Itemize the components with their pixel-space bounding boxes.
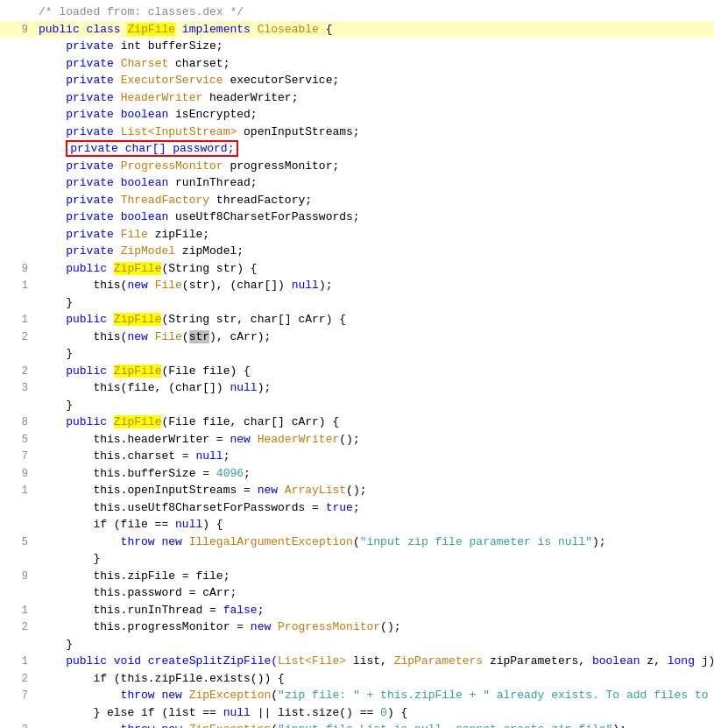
code-token: ZipFile <box>114 415 162 428</box>
code-token: null <box>223 706 251 719</box>
code-line: 9 public ZipFile(String str) { <box>0 260 714 278</box>
code-token: ZipException <box>189 689 272 702</box>
code-token: this( <box>39 330 127 343</box>
code-line: } <box>0 294 714 312</box>
line-content: } <box>39 550 707 568</box>
line-content: if (file == null) { <box>39 516 707 534</box>
line-number: 2 <box>7 329 28 345</box>
code-line: if (file == null) { <box>0 516 714 534</box>
line-content: private boolean useUtf8CharsetForPasswor… <box>39 209 707 226</box>
code-line: 1 public ZipFile(String str, char[] cArr… <box>0 311 714 329</box>
code-token: ) { <box>387 706 407 719</box>
code-line: } else if (list == null || list.size() =… <box>0 704 714 722</box>
code-line: 5 this.headerWriter = new HeaderWriter()… <box>0 431 714 449</box>
code-token: long <box>668 654 695 668</box>
line-number: 2 <box>7 619 28 635</box>
line-content: } <box>39 345 707 363</box>
code-line: private int bufferSize; <box>0 38 714 55</box>
line-content: public void createSplitZipFile(List<File… <box>39 653 714 670</box>
code-token: zipFile; <box>148 228 209 241</box>
code-token: isEncrypted; <box>168 108 257 121</box>
code-token: new <box>161 689 188 702</box>
code-token: new <box>161 723 188 728</box>
line-number: 3 <box>7 722 28 728</box>
code-line: 2 public ZipFile(File file) { <box>0 363 714 380</box>
code-token: boolean <box>121 210 169 223</box>
line-number: 1 <box>7 603 28 618</box>
code-token: ( <box>182 330 189 343</box>
code-token: (); <box>346 484 366 497</box>
code-token: threadFactory; <box>209 194 312 207</box>
code-token: private <box>39 244 121 258</box>
code-token: charset; <box>168 57 230 70</box>
line-content: public ZipFile(File file, char[] cArr) { <box>39 413 707 431</box>
code-token: private <box>39 39 121 53</box>
line-content: this(file, (char[]) null); <box>39 379 707 397</box>
code-line: private HeaderWriter headerWriter; <box>0 89 714 107</box>
line-content: throw new ZipException("zip file: " + th… <box>39 687 714 704</box>
code-token: private <box>39 159 121 173</box>
line-content: this.progressMonitor = new ProgressMonit… <box>39 618 707 636</box>
code-token: openInputStreams; <box>237 125 359 138</box>
code-token: new <box>230 433 257 446</box>
line-content: this.useUtf8CharsetForPasswords = true; <box>39 499 707 517</box>
code-token: this.headerWriter = <box>39 433 230 446</box>
code-token: public <box>39 313 114 326</box>
code-token: ArrayList <box>285 484 346 497</box>
code-line: private boolean useUtf8CharsetForPasswor… <box>0 209 714 226</box>
code-token: null <box>195 449 223 463</box>
line-content: private File zipFile; <box>39 226 707 244</box>
code-line: 1 this(new File(str), (char[]) null); <box>0 277 714 294</box>
code-token: throw <box>39 723 161 728</box>
code-token: throw <box>39 535 161 548</box>
code-token: "input file List is null, cannot create … <box>278 723 612 728</box>
code-token: false <box>223 604 258 617</box>
code-token: this.openInputStreams = <box>39 484 258 497</box>
code-line: 1 public void createSplitZipFile(List<Fi… <box>0 653 714 670</box>
code-token: private <box>39 57 121 70</box>
code-token: public <box>39 415 114 428</box>
code-token: if (this.zipFile.exists()) { <box>39 672 285 685</box>
line-content: public ZipFile(String str, char[] cArr) … <box>39 311 707 329</box>
code-token: (); <box>339 433 359 446</box>
code-token: } <box>39 296 73 309</box>
line-content: this.runInThread = false; <box>39 602 707 619</box>
code-token: "zip file: " + this.zipFile + " already … <box>278 689 714 702</box>
code-token: (String str, char[] cArr) { <box>161 313 346 326</box>
code-token: this.runInThread = <box>39 604 223 617</box>
code-token: z, <box>640 654 668 668</box>
code-line: 9 this.zipFile = file; <box>0 568 714 585</box>
code-token: private <box>39 74 121 87</box>
code-token: boolean <box>121 176 169 189</box>
code-token: HeaderWriter <box>121 91 203 104</box>
code-token: ZipFile <box>114 364 162 378</box>
code-token: ) { <box>202 518 223 531</box>
code-token: new <box>251 620 278 633</box>
code-token: ZipModel <box>121 244 175 258</box>
code-token: new <box>161 535 188 548</box>
code-viewer: /* loaded from: classes.dex */9public cl… <box>0 0 714 728</box>
code-token: private <box>39 91 121 104</box>
line-content: public ZipFile(File file) { <box>39 363 707 380</box>
code-token: ; <box>244 467 251 480</box>
code-line: 3 this(file, (char[]) null); <box>0 379 714 397</box>
code-line: 9public class ZipFile implements Closeab… <box>0 21 714 39</box>
code-token: zipModel; <box>175 244 244 258</box>
code-token: implements <box>175 23 258 36</box>
code-token: runInThread; <box>168 176 257 189</box>
code-token: private <box>39 176 121 189</box>
code-line: 9 this.bufferSize = 4096; <box>0 465 714 483</box>
line-content: } else if (list == null || list.size() =… <box>39 704 707 722</box>
line-number: 8 <box>7 414 28 430</box>
line-content: /* loaded from: classes.dex */ <box>39 4 707 21</box>
line-number: 9 <box>7 261 28 277</box>
code-token: (File file, char[] cArr) { <box>161 415 339 428</box>
code-line: private ExecutorService executorService; <box>0 72 714 89</box>
line-content: this(new File(str), cArr); <box>39 329 707 346</box>
line-content: if (this.zipFile.exists()) { <box>39 670 707 688</box>
code-token: File <box>121 228 148 241</box>
code-token: new <box>127 330 154 343</box>
code-line: 7 throw new ZipException("zip file: " + … <box>0 687 714 704</box>
line-number: 1 <box>7 483 28 498</box>
line-number: 9 <box>7 569 28 584</box>
